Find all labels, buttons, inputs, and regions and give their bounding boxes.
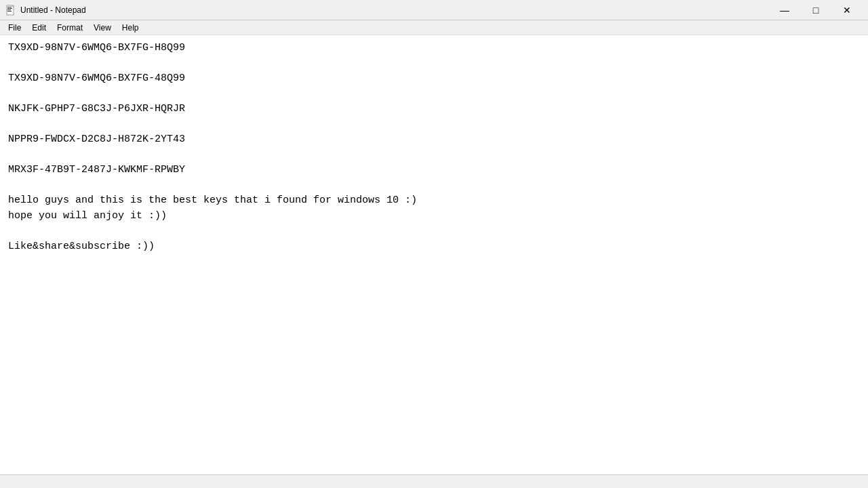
menu-file[interactable]: File xyxy=(3,22,26,34)
svg-rect-1 xyxy=(7,7,12,7)
close-button[interactable]: ✕ xyxy=(831,0,863,20)
svg-rect-3 xyxy=(7,9,11,10)
status-bar xyxy=(0,474,868,488)
svg-rect-4 xyxy=(7,11,12,12)
menu-help[interactable]: Help xyxy=(117,22,144,34)
svg-rect-2 xyxy=(7,8,12,9)
window-controls: — □ ✕ xyxy=(769,0,863,20)
window-title: Untitled - Notepad xyxy=(20,5,769,15)
app-icon xyxy=(5,5,16,16)
menu-format[interactable]: Format xyxy=(52,22,88,34)
notepad-window: Untitled - Notepad — □ ✕ File Edit Forma… xyxy=(0,0,868,488)
menu-edit[interactable]: Edit xyxy=(26,22,52,34)
editor-area[interactable]: TX9XD-98N7V-6WMQ6-BX7FG-H8Q99 TX9XD-98N7… xyxy=(0,35,868,474)
maximize-button[interactable]: □ xyxy=(800,0,831,20)
editor-content: TX9XD-98N7V-6WMQ6-BX7FG-H8Q99 TX9XD-98N7… xyxy=(8,41,860,254)
title-bar: Untitled - Notepad — □ ✕ xyxy=(0,0,868,20)
menu-bar: File Edit Format View Help xyxy=(0,20,868,35)
menu-view[interactable]: View xyxy=(88,22,117,34)
minimize-button[interactable]: — xyxy=(769,0,800,20)
